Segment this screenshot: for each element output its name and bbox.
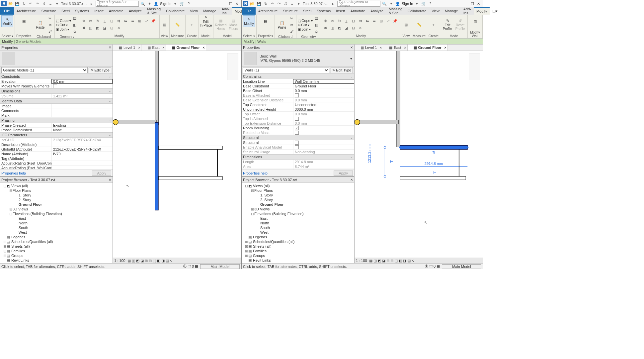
prop-value[interactable] [51,113,113,117]
view-icon[interactable]: ▦ [161,22,167,28]
flip-icon[interactable]: ⇅ [432,150,435,154]
tab-view[interactable]: View [187,7,201,15]
tree-node[interactable]: ⊟Floor Plans [0,188,113,193]
checkbox-icon[interactable]: ✓ [295,126,299,130]
tab-architecture[interactable]: Architecture [256,7,281,15]
prop-row[interactable]: Top Extension Distance0.0 mm [242,121,354,126]
m-icon-1[interactable]: ◫ [329,25,335,31]
print-icon[interactable]: 🖨 [41,1,46,6]
paste-button[interactable]: 📋Paste [35,19,46,31]
prop-row[interactable]: Volume1.422 m³ [0,94,113,98]
tree-node[interactable]: ▤Revit Links [0,258,113,263]
drag-handle-icon[interactable] [466,146,468,148]
prop-row[interactable]: Name (Attribute)IV70 [0,152,113,156]
cut-small-icon[interactable]: ✂ [47,15,53,21]
prop-row[interactable]: Elevation0.0 mm [0,79,113,84]
create-icon[interactable]: ＋ [189,22,195,28]
maximize-button[interactable]: ☐ [469,1,475,7]
tree-node[interactable]: ⊞▤Schedules/Quantities (all) [242,239,354,244]
tree-node[interactable]: 1. Story [242,193,354,197]
cut-geom-button[interactable]: ✂ Cut ▾ [56,23,71,27]
tree-node[interactable]: East [0,216,113,221]
measure-icon-btn[interactable]: 📏 [175,22,181,28]
scale-icon[interactable]: ⤢ [143,18,149,24]
tab-analyze[interactable]: Analyze [368,7,386,15]
properties-help-link[interactable]: Properties help [1,171,26,175]
signin-icon[interactable]: 👤 [395,1,400,6]
join-button[interactable]: ▣ Join ▾ [56,27,71,31]
m-icon-3[interactable]: ◪ [102,25,108,31]
minimize-button[interactable]: — [222,1,228,7]
prop-value[interactable] [51,104,113,108]
prop-row[interactable]: Structural UsageNon-bearing [242,150,354,154]
help-icon[interactable]: ? [428,1,433,6]
prop-value[interactable]: 3000.0 mm [293,107,354,111]
prop-value[interactable]: 0.0 mm [293,88,354,93]
prop-value[interactable]: Ground Floor [293,84,354,88]
checkbox-icon[interactable] [295,141,299,145]
redo-icon[interactable]: ↷ [276,1,282,6]
cart-icon[interactable]: 🛒 [179,1,185,6]
tree-twisty-icon[interactable]: ⊟ [244,184,248,188]
tab-structure[interactable]: Structure [280,7,300,15]
geo-icon-3[interactable]: ⬙ [72,29,78,35]
witness-grip-icon[interactable]: ⊢ [433,171,437,175]
tree-node[interactable]: ⊞▤Families [242,249,354,253]
tab-steel[interactable]: Steel [300,7,314,15]
prop-value[interactable]: 212qZxdb5EDR$P74KPdZnX [51,147,113,151]
recent-icon[interactable]: ▸ [89,1,94,6]
viewtab-close-icon[interactable]: × [162,46,164,50]
viewtab-close-icon[interactable]: × [202,46,204,50]
mirror-icon[interactable]: ⇋ [122,18,128,24]
viewtab-level1[interactable]: ▦ Level 1× [355,45,383,51]
geo-icon-3[interactable]: ⬙ [313,29,319,35]
tree-twisty-icon[interactable]: ⊞ [244,240,248,244]
tree-twisty-icon[interactable]: ⊞ [244,249,248,253]
app-dropdown-icon[interactable]: ▾ [173,1,178,6]
tab-annotate[interactable]: Annotate [106,7,126,15]
m-icon-2[interactable]: ◩ [336,25,342,31]
type-selector-area[interactable]: Basic Wall IV70, Gyproc 95/95 (450) 2-2 … [242,51,354,66]
join-button[interactable]: ▣ Join ▾ [298,27,313,31]
tab-manage[interactable]: Manage [442,7,461,15]
offset-icon[interactable]: ⇉ [116,18,121,24]
undo-icon[interactable]: ↶ [28,1,33,6]
open-icon[interactable]: 📂 [250,1,255,6]
tree-twisty-icon[interactable]: ⊟ [9,212,13,216]
properties-close-icon[interactable]: × [350,45,353,50]
rotate-icon[interactable]: ↻ [336,18,342,24]
tab-modify[interactable]: Modify [474,7,490,15]
match-small-icon[interactable]: 🖌 [47,29,53,35]
prop-group[interactable]: Identity Data⌄ [0,98,113,104]
tab-file[interactable]: File [0,7,14,15]
tree-node[interactable]: ▤Legends [0,235,113,239]
prop-value[interactable]: 0.0 mm [51,79,113,84]
cope-button[interactable]: ⬚ Cope ▾ [298,19,313,23]
tree-twisty-icon[interactable]: ⊟ [250,212,254,216]
prop-row[interactable]: Top ConstraintUnconnected [242,102,354,107]
prop-row[interactable]: Structural [242,140,354,145]
offset-icon[interactable]: ⇉ [357,18,363,24]
app-dropdown-icon[interactable]: ▾ [414,1,420,6]
drawing-canvas[interactable]: 2914.8 mm 1213.2 mm ⇅ ⊢ ⊢ ↖ [355,51,483,258]
viewtab-close-icon[interactable]: × [444,46,446,50]
tree-twisty-icon[interactable]: ⊟ [3,184,7,188]
prop-row[interactable]: Enable Analytical Model [242,145,354,150]
tree-node[interactable]: ⊞3D Views [0,207,113,211]
prop-value[interactable] [51,166,113,170]
prop-row[interactable]: Area8.744 m² [242,164,354,169]
tree-node[interactable]: ⊞▤Sheets (all) [242,244,354,249]
m-icon-2[interactable]: ◩ [95,25,101,31]
tree-node[interactable]: ▤Legends [242,235,354,239]
tab-massing[interactable]: Massing & Site [144,7,163,15]
wall-opening-button[interactable]: ▥ [469,15,481,27]
tab-massing[interactable]: Massing & Site [386,7,405,15]
create-icon[interactable]: ＋ [431,22,437,28]
floor-bot[interactable] [158,177,222,180]
tree-node[interactable]: ⊟Elevations (Building Elevation) [0,211,113,216]
tree-node[interactable]: 2. Story [0,197,113,202]
cut-small-icon[interactable]: ✂ [289,15,295,21]
geo-icon-1[interactable]: ⬓ [72,15,78,21]
prop-row[interactable]: Base is Attached [242,93,354,98]
keystar-icon[interactable]: ✦ [147,1,152,6]
